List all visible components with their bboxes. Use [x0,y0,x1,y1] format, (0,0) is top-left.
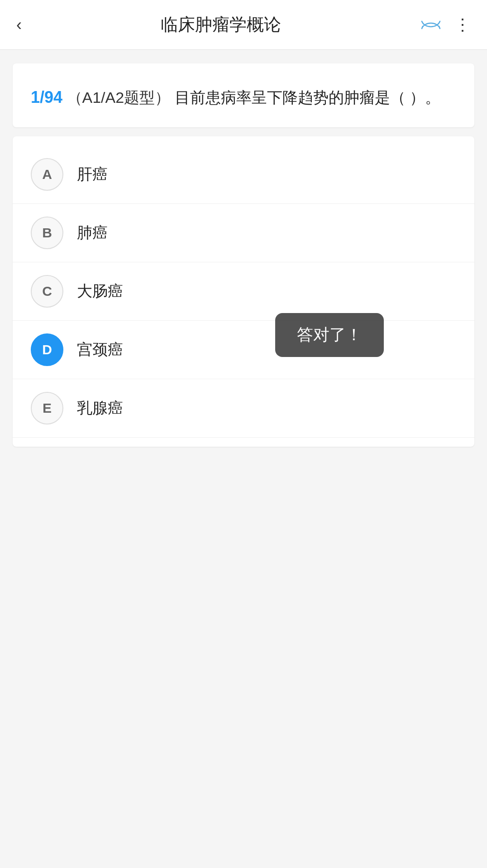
option-b-circle: B [31,217,63,249]
toast-message: 答对了！ [275,313,384,357]
option-d[interactable]: D 宫颈癌 [13,321,474,379]
options-card: A 肝癌 B 肺癌 C 大肠癌 D 宫颈癌 E 乳腺癌 答对了！ [13,136,474,447]
question-number: 1/94 [31,88,62,106]
option-a[interactable]: A 肝癌 [13,145,474,204]
header: ‹ 临床肿瘤学概论 ⋮ [0,0,487,50]
header-right: ⋮ [420,17,471,33]
header-left: ‹ [16,15,22,34]
question-body: 目前患病率呈下降趋势的肿瘤是（ ）。 [175,89,440,106]
content-area: 1/94 （A1/A2题型） 目前患病率呈下降趋势的肿瘤是（ ）。 A 肝癌 B… [0,50,487,460]
option-e-circle: E [31,392,63,424]
option-c-label: 大肠癌 [77,281,123,302]
question-type: （A1/A2题型） [67,89,171,106]
option-c-circle: C [31,275,63,308]
back-button[interactable]: ‹ [16,15,22,34]
option-b-label: 肺癌 [77,222,108,243]
option-a-circle: A [31,158,63,191]
option-b[interactable]: B 肺癌 [13,204,474,262]
more-options-button[interactable]: ⋮ [454,17,471,33]
question-card: 1/94 （A1/A2题型） 目前患病率呈下降趋势的肿瘤是（ ）。 [13,63,474,127]
question-text: 1/94 （A1/A2题型） 目前患病率呈下降趋势的肿瘤是（ ）。 [31,83,456,111]
option-e-label: 乳腺癌 [77,398,123,419]
option-a-label: 肝癌 [77,164,108,185]
option-e[interactable]: E 乳腺癌 [13,379,474,438]
option-d-label: 宫颈癌 [77,339,123,360]
page-title: 临床肿瘤学概论 [22,13,420,36]
eye-icon[interactable] [420,19,442,30]
option-c[interactable]: C 大肠癌 [13,262,474,321]
option-d-circle: D [31,333,63,366]
